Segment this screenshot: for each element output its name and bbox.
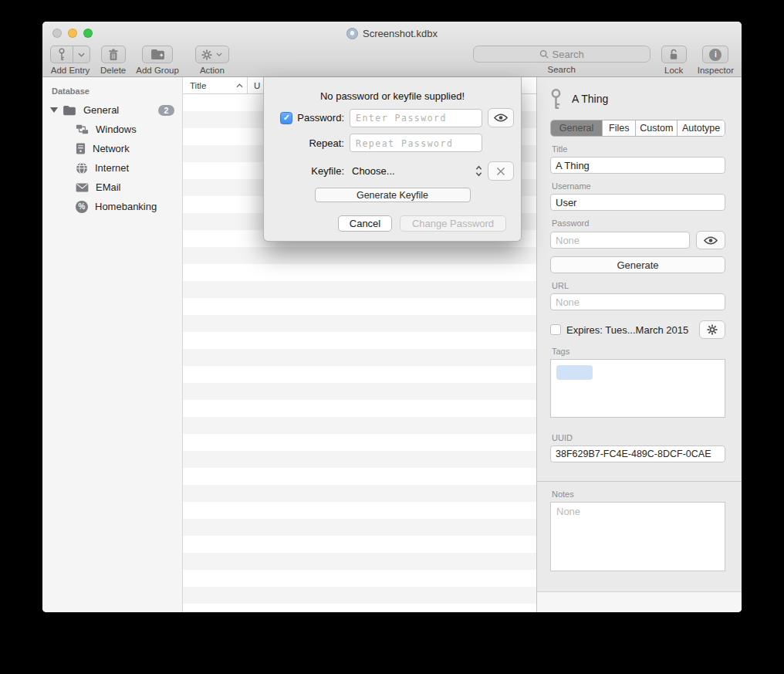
url-field[interactable]: [550, 293, 725, 310]
gear-icon: [201, 49, 212, 60]
notes-label: Notes: [552, 489, 724, 499]
reveal-password-button[interactable]: [696, 231, 725, 249]
column-username-label: U: [254, 81, 260, 90]
delete-toolbar-item: Delete: [100, 46, 126, 77]
dialog-reveal-password-button[interactable]: [488, 108, 514, 127]
action-button[interactable]: [195, 46, 229, 63]
lock-open-icon: [668, 49, 679, 60]
app-window: Screenshot.kdbx Add Entry D: [42, 22, 742, 612]
lock-button[interactable]: [661, 46, 687, 63]
document-proxy-icon: [346, 28, 358, 39]
password-field[interactable]: [550, 232, 690, 249]
sidebar-item-homebanking[interactable]: % Homebanking: [42, 197, 182, 216]
expires-row: Expires: Tues...March 2015: [550, 320, 725, 339]
username-field[interactable]: [550, 194, 725, 211]
generate-password-button[interactable]: Generate: [550, 256, 725, 273]
trash-icon: [108, 49, 119, 61]
tab-files[interactable]: Files: [602, 120, 635, 136]
action-toolbar-item: Action: [195, 46, 229, 77]
uuid-label: UUID: [552, 433, 724, 442]
window-title: Screenshot.kdbx: [346, 28, 438, 39]
change-password-button[interactable]: Change Password: [400, 215, 506, 232]
chevron-down-icon: [78, 52, 85, 57]
check-icon: ✓: [283, 113, 290, 123]
dialog-password-label: Password:: [297, 112, 344, 124]
add-entry-toolbar-item: Add Entry: [50, 46, 90, 77]
sidebar-section-header: Database: [42, 83, 182, 100]
sidebar-item-label: Homebanking: [95, 201, 157, 212]
tab-autotype[interactable]: Autotype: [677, 120, 725, 136]
tab-custom[interactable]: Custom: [635, 120, 677, 136]
tab-general[interactable]: General: [551, 120, 602, 136]
tags-label: Tags: [552, 347, 724, 356]
keyfile-popup[interactable]: Choose...: [350, 165, 482, 177]
delete-label: Delete: [100, 66, 126, 75]
window-title-text: Screenshot.kdbx: [363, 28, 438, 39]
sidebar-item-label: Network: [93, 143, 130, 154]
column-header-username[interactable]: U: [248, 81, 260, 90]
sidebar-item-email[interactable]: EMail: [42, 178, 182, 197]
lock-toolbar-item: Lock: [661, 46, 687, 75]
password-field-label: Password: [552, 218, 724, 228]
search-toolbar-item: Search Search: [473, 46, 651, 74]
username-field-label: Username: [552, 181, 724, 191]
dialog-repeat-input[interactable]: [350, 134, 482, 152]
inspector-button[interactable]: i: [702, 46, 728, 63]
sort-ascending-icon: [236, 83, 243, 88]
chevron-down-icon: [216, 52, 222, 56]
add-entry-button[interactable]: [50, 46, 90, 63]
password-checkbox[interactable]: ✓: [280, 112, 292, 124]
sidebar-item-label: General: [83, 104, 119, 116]
dialog-password-input[interactable]: [350, 109, 482, 127]
delete-button[interactable]: [101, 46, 126, 63]
column-header-title[interactable]: Title: [183, 77, 248, 93]
zoom-button[interactable]: [83, 29, 93, 38]
cancel-button[interactable]: Cancel: [338, 215, 392, 232]
tags-box[interactable]: [550, 359, 725, 418]
sidebar-item-label: Internet: [95, 162, 129, 174]
info-icon: i: [709, 49, 721, 61]
notes-field[interactable]: [550, 502, 725, 571]
globe-icon: [76, 162, 88, 174]
change-password-sheet: No password or keyfile supplied! ✓ Passw…: [263, 77, 522, 242]
key-icon: [550, 87, 562, 111]
inspector-header: A Thing: [550, 86, 725, 111]
search-placeholder: Search: [553, 49, 584, 60]
envelope-icon: [76, 183, 89, 192]
add-group-toolbar-item: Add Group: [136, 46, 179, 77]
tag-token[interactable]: [556, 365, 593, 380]
uuid-field[interactable]: [550, 445, 725, 462]
search-label: Search: [547, 65, 575, 74]
sidebar: Database General 2 Windows Network Inter…: [42, 77, 183, 612]
sidebar-item-general[interactable]: General 2: [42, 100, 182, 120]
folder-plus-icon: [150, 49, 165, 60]
titlebar: Screenshot.kdbx: [42, 22, 742, 45]
minimize-button[interactable]: [68, 29, 77, 38]
sidebar-item-network[interactable]: Network: [42, 139, 182, 158]
entry-title: A Thing: [572, 93, 608, 105]
entry-count-badge: 2: [158, 105, 174, 116]
percent-icon: %: [76, 201, 88, 213]
keyfile-popup-value: Choose...: [352, 165, 395, 177]
key-plus-icon[interactable]: [51, 46, 73, 63]
search-input[interactable]: Search: [473, 46, 651, 63]
close-button[interactable]: [52, 29, 62, 38]
action-label: Action: [200, 66, 225, 75]
traffic-lights: [52, 29, 93, 38]
expires-settings-button[interactable]: [699, 320, 725, 339]
generate-keyfile-button[interactable]: Generate Keyfile: [315, 188, 471, 202]
clear-keyfile-button[interactable]: [488, 161, 514, 181]
expires-checkbox[interactable]: [550, 324, 561, 335]
stepper-updown-icon: [475, 165, 482, 177]
server-icon: [76, 143, 86, 154]
sidebar-item-internet[interactable]: Internet: [42, 158, 182, 178]
notes-section: Notes: [537, 481, 742, 574]
sidebar-item-windows[interactable]: Windows: [42, 120, 182, 139]
lock-label: Lock: [664, 66, 683, 75]
add-entry-dropdown[interactable]: [73, 46, 90, 63]
disclosure-triangle-icon[interactable]: [50, 107, 58, 113]
title-field[interactable]: [550, 157, 725, 174]
title-field-label: Title: [552, 144, 724, 154]
add-group-button[interactable]: [142, 46, 173, 63]
add-group-label: Add Group: [136, 66, 179, 75]
